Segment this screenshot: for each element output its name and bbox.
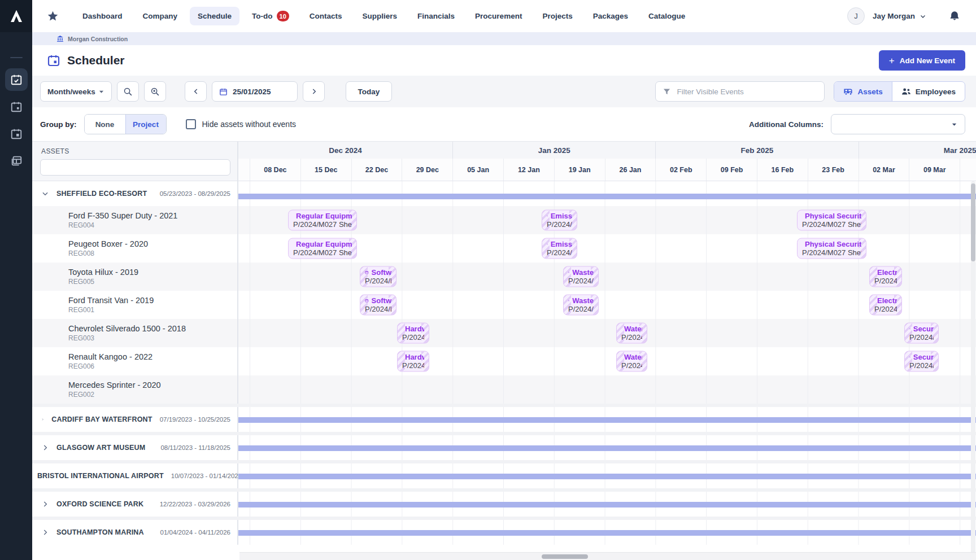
project-group-name: BRISTOL INTERNATIONAL AIRPORT [37,472,164,480]
view-mode-select[interactable]: Month/weeks [40,81,112,102]
project-duration-band[interactable] [238,194,976,199]
nav-item-dashboard[interactable]: Dashboard [75,7,130,25]
event-chip[interactable]: Regular EquipmenP/2024/M027 Sheffi [288,210,357,231]
app-logo[interactable] [0,0,32,32]
timeline-week: 16 Feb [757,159,808,181]
zoom-in-icon [150,87,160,97]
assets-search-input[interactable] [40,159,230,176]
prev-period-button[interactable] [185,81,207,102]
horizontal-scrollbar[interactable] [239,552,976,560]
event-chip-ref: P/2024/I [365,277,391,285]
timeline-week: 09 Mar [909,159,960,181]
event-chip[interactable]: EmissP/2024/I [542,210,577,231]
hide-assets-checkbox-wrap[interactable]: Hide assets without events [186,119,297,129]
event-chip[interactable]: ElectrP/2024/I [869,295,902,316]
nav-item-to-do[interactable]: To-do10 [244,6,297,27]
event-chip[interactable]: SoftwP/2024/I [360,266,396,287]
event-chip[interactable]: ElectrP/2024/I [869,266,902,287]
nav-item-suppliers[interactable]: Suppliers [355,7,406,25]
sidebar-item-boards[interactable] [5,150,28,172]
event-chip[interactable]: Physical SecurityP/2024/M027 Sheffi [797,238,866,259]
additional-columns-select[interactable] [831,114,965,134]
event-chip[interactable]: Physical SecurityP/2024/M027 Sheffi [797,210,866,231]
project-group-row[interactable]: CARDIFF BAY WATERFRONT07/19/2023 - 10/25… [32,407,976,432]
page-header: Scheduler + Add New Event [32,45,976,76]
event-chip[interactable]: WaterP/2024/I [616,351,647,372]
event-calendar-icon [547,212,548,219]
event-calendar-icon [909,353,910,360]
nav-item-financials[interactable]: Financials [409,7,463,25]
breadcrumb-company[interactable]: Morgan Construction [68,36,128,42]
scheduler-calendar-icon [47,54,60,67]
event-title-text: Emiss [551,240,572,248]
event-chip[interactable]: WasteP/2024/I [563,266,599,287]
favorites-star-icon[interactable] [47,10,59,22]
event-chip[interactable]: HardvP/2024/I [397,323,429,344]
toggle-employees[interactable]: Employees [892,82,965,101]
event-chip[interactable]: HardvP/2024/I [397,351,429,372]
view-mode-value: Month/weeks [47,88,95,96]
project-group-dates: 01/04/2024 - 04/11/2026 [160,529,230,536]
groupby-none[interactable]: None [85,115,125,134]
user-menu[interactable]: Jay Morgan [873,12,926,20]
scheduler-grid: ASSETS Dec 2024Jan 2025Feb 2025Mar 2025 … [32,141,976,560]
nav-item-procurement[interactable]: Procurement [467,7,530,25]
event-chip[interactable]: SoftwP/2024/I [360,295,396,316]
project-group-dates: 12/22/2023 - 03/29/2026 [160,501,230,508]
event-chip[interactable]: SecurP/2024/I [904,351,939,372]
filter-events-input[interactable] [677,88,817,96]
project-group-row[interactable]: OXFORD SCIENCE PARK12/22/2023 - 03/29/20… [32,492,976,517]
caret-down-icon [98,89,104,95]
toggle-assets[interactable]: Assets [834,82,891,101]
nav-item-company[interactable]: Company [135,7,186,25]
avatar[interactable]: J [847,7,865,25]
project-duration-band[interactable] [238,530,976,536]
asset-row-left: Ford Transit Van - 2019REG001 [32,291,238,319]
zoom-out-button[interactable] [117,81,139,102]
nav-item-label: Catalogue [648,12,685,20]
sidebar-item-calendar-2[interactable] [5,123,28,145]
today-button[interactable]: Today [346,81,392,102]
event-title-text: Regular Equipmen [296,240,352,248]
sidebar-item-calendar-1[interactable] [5,95,28,118]
horizontal-scrollbar-thumb[interactable] [542,554,588,559]
nav-item-projects[interactable]: Projects [534,7,580,25]
chevron-down-icon [41,190,49,198]
event-chip[interactable]: Regular EquipmenP/2024/M027 Sheffi [288,238,357,259]
project-duration-band[interactable] [238,502,976,508]
additional-columns-wrap: Additional Columns: [749,114,965,134]
hide-assets-checkbox[interactable] [186,119,196,129]
date-picker[interactable]: 25/01/2025 [212,81,298,102]
event-chip-ref: P/2024/I [365,305,391,313]
project-duration-band[interactable] [238,445,976,451]
groupby-project[interactable]: Project [125,115,166,134]
event-chip-title: Softw [365,296,391,305]
nav-item-packages[interactable]: Packages [585,7,636,25]
nav-item-schedule[interactable]: Schedule [190,7,239,25]
timeline-month: Mar 2025 [859,142,976,159]
asset-reg-code: REG005 [32,278,237,286]
event-chip[interactable]: WaterP/2024/I [616,323,647,344]
project-group-row[interactable]: GLASGOW ART MUSEUM08/11/2023 - 11/18/202… [32,435,976,460]
project-duration-band[interactable] [238,417,976,423]
project-group-row[interactable]: BRISTOL INTERNATIONAL AIRPORT10/07/2023 … [32,463,976,488]
nav-item-label: Procurement [475,12,522,20]
notifications-bell-icon[interactable] [949,10,960,22]
add-new-event-button[interactable]: + Add New Event [879,50,965,71]
nav-item-label: To-do [252,12,272,20]
vertical-scrollbar-thumb[interactable] [971,183,975,261]
event-chip[interactable]: SecurP/2024/I [904,323,939,344]
nav-item-catalogue[interactable]: Catalogue [640,7,693,25]
project-duration-band[interactable] [238,474,976,479]
project-group-row[interactable]: SOUTHAMPTON MARINA01/04/2024 - 04/11/202… [32,520,976,545]
nav-item-contacts[interactable]: Contacts [302,7,350,25]
project-group-left: BRISTOL INTERNATIONAL AIRPORT10/07/2023 … [32,463,238,488]
nav-item-label: Projects [542,12,572,20]
event-chip[interactable]: WasteP/2024/I [563,295,599,316]
zoom-in-button[interactable] [144,81,166,102]
next-period-button[interactable] [303,81,325,102]
project-group-row[interactable]: SHEFFIELD ECO-RESORT05/23/2023 - 08/29/2… [32,181,976,206]
event-chip[interactable]: EmissP/2024/I [542,238,577,259]
sidebar-item-scheduler[interactable] [5,68,28,91]
vertical-scrollbar[interactable] [971,181,975,560]
